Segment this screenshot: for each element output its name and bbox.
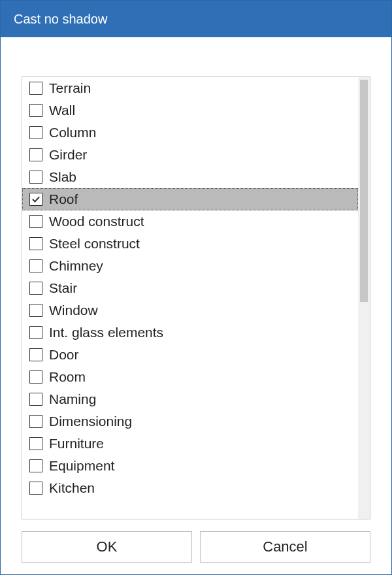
list-item[interactable]: Kitchen — [22, 477, 358, 499]
checkbox[interactable] — [29, 259, 42, 272]
list-item[interactable]: Naming — [22, 388, 358, 410]
scrollbar-thumb[interactable] — [360, 80, 368, 302]
checkbox[interactable] — [29, 437, 42, 450]
checkbox[interactable] — [29, 282, 42, 295]
checkbox[interactable] — [29, 482, 42, 495]
list-item-label: Naming — [49, 391, 96, 407]
checkbox[interactable] — [29, 459, 42, 472]
list-item[interactable]: Roof — [22, 188, 358, 210]
list-item-label: Dimensioning — [49, 414, 132, 429]
list-item[interactable]: Wood construct — [22, 210, 358, 233]
titlebar: Cast no shadow — [1, 1, 391, 37]
checkbox[interactable] — [29, 82, 42, 95]
list-item-label: Terrain — [49, 80, 91, 96]
dialog-content: TerrainWallColumnGirderSlabRoofWood cons… — [1, 37, 391, 574]
list-item[interactable]: Steel construct — [22, 233, 358, 255]
cancel-button[interactable]: Cancel — [200, 531, 370, 563]
checkbox[interactable] — [29, 304, 42, 317]
list-item[interactable]: Terrain — [22, 77, 358, 99]
list-item-label: Wood construct — [49, 214, 144, 229]
list-container: TerrainWallColumnGirderSlabRoofWood cons… — [22, 76, 370, 519]
button-row: OK Cancel — [22, 531, 370, 563]
list-item[interactable]: Slab — [22, 166, 358, 188]
list-body: TerrainWallColumnGirderSlabRoofWood cons… — [22, 77, 358, 519]
list-item-label: Wall — [49, 103, 75, 118]
list-item-label: Chimney — [49, 258, 103, 274]
list-item[interactable]: Column — [22, 122, 358, 144]
list-item[interactable]: Window — [22, 299, 358, 321]
checkbox[interactable] — [29, 126, 42, 139]
checkbox[interactable] — [29, 104, 42, 117]
checkbox[interactable] — [29, 370, 42, 384]
checkbox[interactable] — [29, 237, 42, 250]
list-item-label: Slab — [49, 169, 76, 185]
checkbox[interactable] — [29, 326, 42, 339]
ok-button[interactable]: OK — [22, 531, 192, 563]
list-item-label: Room — [49, 369, 86, 385]
checkbox[interactable] — [29, 171, 42, 184]
list-item-label: Stair — [49, 280, 77, 296]
dialog-title: Cast no shadow — [14, 12, 107, 26]
checkbox[interactable] — [29, 415, 42, 428]
check-icon — [31, 195, 41, 204]
list-item-label: Door — [49, 347, 79, 363]
list-item[interactable]: Girder — [22, 144, 358, 166]
list-item-label: Window — [49, 303, 98, 318]
list-item[interactable]: Chimney — [22, 255, 358, 277]
list-item-label: Equipment — [49, 458, 114, 474]
list-item-label: Kitchen — [49, 480, 95, 496]
checkbox[interactable] — [29, 215, 42, 228]
list-item[interactable]: Wall — [22, 99, 358, 122]
list-item[interactable]: Int. glass elements — [22, 321, 358, 344]
checkbox[interactable] — [29, 348, 42, 361]
list-item[interactable]: Dimensioning — [22, 410, 358, 433]
list-item[interactable]: Furniture — [22, 433, 358, 455]
list-item[interactable]: Room — [22, 366, 358, 388]
list-item-label: Girder — [49, 147, 87, 163]
list-item-label: Furniture — [49, 436, 104, 452]
list-item[interactable]: Equipment — [22, 455, 358, 477]
list-item-label: Column — [49, 125, 96, 140]
dialog-window: Cast no shadow TerrainWallColumnGirderSl… — [0, 0, 392, 575]
list-item-label: Int. glass elements — [49, 325, 163, 340]
list-item[interactable]: Stair — [22, 277, 358, 299]
list-item[interactable]: Door — [22, 344, 358, 366]
checkbox[interactable] — [29, 193, 42, 206]
checkbox[interactable] — [29, 148, 42, 161]
list-item-label: Steel construct — [49, 236, 140, 252]
scrollbar[interactable] — [358, 77, 370, 519]
list-item-label: Roof — [49, 191, 78, 207]
checkbox[interactable] — [29, 393, 42, 406]
